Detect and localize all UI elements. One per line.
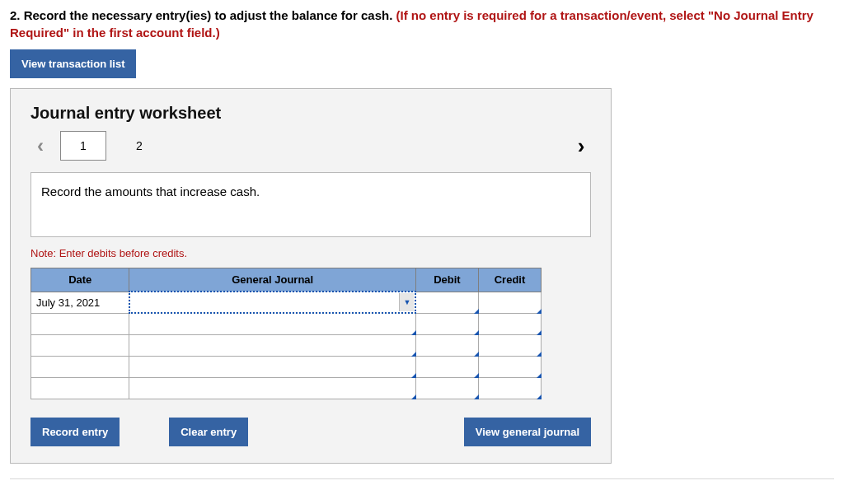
cell-debit[interactable] — [415, 292, 478, 313]
tab-2[interactable]: 2 — [116, 131, 162, 161]
header-general-journal: General Journal — [129, 268, 416, 292]
note-text: Note: Enter debits before credits. — [30, 247, 591, 259]
instruction-box: Record the amounts that increase cash. — [30, 172, 591, 237]
table-row — [31, 356, 542, 377]
dropdown-icon[interactable]: ▼ — [399, 293, 414, 311]
tab-row: ‹ 1 2 › — [30, 131, 591, 161]
question-body: Record the necessary entry(ies) to adjus… — [24, 8, 396, 22]
cell-debit[interactable] — [415, 313, 478, 334]
cell-general-journal[interactable] — [129, 356, 416, 377]
header-credit: Credit — [478, 268, 541, 292]
cell-credit[interactable] — [478, 334, 541, 356]
chevron-right-icon[interactable]: › — [571, 133, 591, 159]
question-text: 2. Record the necessary entry(ies) to ad… — [10, 7, 834, 41]
question-prefix: 2. — [10, 8, 24, 22]
button-row: Record entry Clear entry View general jo… — [30, 418, 591, 446]
cell-date[interactable] — [31, 334, 129, 356]
cell-date[interactable] — [31, 356, 129, 377]
table-row — [31, 334, 542, 356]
cell-debit[interactable] — [415, 377, 478, 399]
view-general-journal-button[interactable]: View general journal — [464, 418, 591, 446]
cell-credit[interactable] — [478, 313, 541, 334]
clear-entry-button[interactable]: Clear entry — [169, 418, 248, 446]
cell-debit[interactable] — [415, 356, 478, 377]
table-row — [31, 377, 542, 399]
journal-table: Date General Journal Debit Credit July 3… — [30, 268, 542, 399]
divider — [10, 478, 834, 479]
cell-date[interactable]: July 31, 2021 — [31, 292, 129, 313]
table-row: July 31, 2021 ▼ — [31, 292, 542, 313]
cell-general-journal[interactable] — [129, 377, 416, 399]
record-entry-button[interactable]: Record entry — [30, 418, 120, 446]
cell-general-journal[interactable] — [129, 334, 416, 356]
header-debit: Debit — [415, 268, 478, 292]
view-transaction-list-button[interactable]: View transaction list — [10, 49, 136, 78]
cell-debit[interactable] — [415, 334, 478, 356]
cell-credit[interactable] — [478, 356, 541, 377]
worksheet-panel: Journal entry worksheet ‹ 1 2 › Record t… — [10, 88, 612, 464]
cell-general-journal[interactable]: ▼ — [129, 292, 416, 313]
table-row — [31, 313, 542, 334]
cell-date[interactable] — [31, 313, 129, 334]
chevron-left-icon[interactable]: ‹ — [30, 134, 50, 157]
cell-credit[interactable] — [478, 292, 541, 313]
worksheet-title: Journal entry worksheet — [30, 104, 591, 123]
cell-date[interactable] — [31, 377, 129, 399]
cell-general-journal[interactable] — [129, 313, 416, 334]
tab-1[interactable]: 1 — [60, 131, 106, 161]
instruction-text: Record the amounts that increase cash. — [41, 184, 260, 198]
cell-credit[interactable] — [478, 377, 541, 399]
header-date: Date — [31, 268, 129, 292]
